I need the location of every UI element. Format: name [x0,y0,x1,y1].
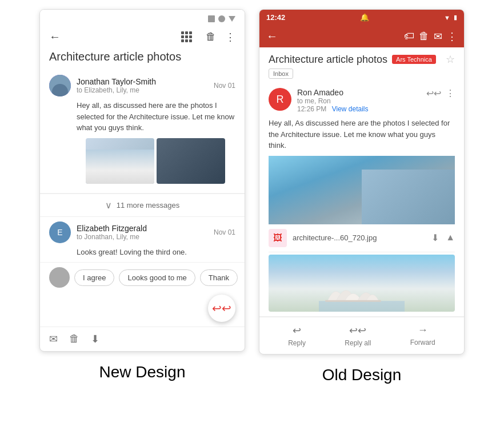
battery-status-icon: ▮ [454,14,457,21]
wifi-status-icon: ▼ [444,14,450,21]
sender-name-1: Jonathan Taylor-Smith [77,77,208,86]
smart-replies: I agree Looks good to me Thank [40,263,245,292]
sender-name-2: Elizabeth Fitzgerald [77,224,208,233]
label-button[interactable]: 🏷 [404,30,414,42]
more-messages[interactable]: ∨ 11 more messages [40,194,245,217]
old-email-card: R Ron Amadeo to me, Ron 12:26 PM View de… [259,83,464,317]
photo-thumb-2 [157,138,225,184]
old-design-block: 12:42 🔔 ▼ ▮ ← 🏷 🗑 ✉ ⋮ Architecture artic… [259,9,465,384]
reply-avatar [49,267,70,288]
back-button[interactable]: ← [266,30,278,43]
opera-house-svg [287,277,437,312]
wifi-icon [218,15,225,22]
email-item-1: Jonathan Taylor-Smith to Elizabeth, Lily… [40,70,245,194]
smart-reply-agree[interactable]: I agree [74,269,114,286]
grid-button[interactable] [181,31,192,42]
old-email-subject: Architecture article photos [269,54,387,66]
reply-all-fab[interactable]: ↩↩ [208,295,235,322]
old-design-toolbar: ← 🏷 🗑 ✉ ⋮ [259,25,464,47]
reply-fab: ↩↩ [40,292,245,327]
email-item-2: E Elizabeth Fitzgerald to Jonathan, Lily… [40,217,245,263]
email-subject: Architecture article photos [40,48,245,70]
file-icon: 🖼 [269,229,287,247]
email-date-1: Nov 01 [214,82,235,90]
old-email-card-header: R Ron Amadeo to me, Ron 12:26 PM View de… [269,88,455,113]
card-actions: ↩↩ ⋮ [426,88,455,99]
old-photo-medium [269,255,455,312]
reply-all-button[interactable]: ↩↩ Reply all [345,324,371,347]
more-card-icon[interactable]: ⋮ [446,88,455,99]
new-design-toolbar: ← 🗑 ⋮ [40,26,245,48]
file-actions: ⬇ ▲ [431,232,455,243]
reply-all-icon-bottom: ↩↩ [349,324,366,337]
back-button[interactable]: ← [49,30,61,43]
old-sender-block: Ron Amadeo to me, Ron 12:26 PM View deta… [297,88,421,113]
email-date-2: Nov 01 [214,228,235,236]
sender-to-1: to Elizabeth, Lily, me [77,86,208,94]
old-sender-avatar: R [269,88,291,111]
old-email-time: 12:26 PM View details [297,105,421,113]
smart-reply-thank[interactable]: Thank [200,269,238,286]
notification-icon: 🔔 [360,13,369,22]
chevron-down-icon: ∨ [105,200,112,211]
smart-reply-looks-good[interactable]: Looks good to me [119,269,195,286]
new-design-label: New Design [99,363,186,381]
new-design-block: ← 🗑 ⋮ Architecture article photos [39,9,245,381]
old-sender-name: Ron Amadeo [297,88,421,97]
forward-button[interactable]: → Forward [410,324,435,347]
more-button-old[interactable]: ⋮ [447,30,457,43]
old-bottom-actions: ↩ Reply ↩↩ Reply all → Forward [259,317,464,354]
sender-avatar-2: E [49,221,71,243]
new-design-status-bar [40,10,245,26]
view-details-link[interactable]: View details [332,105,369,113]
svg-rect-2 [325,300,381,301]
status-right-icons: ▼ ▮ [444,14,457,21]
archive-icon[interactable]: ⬇ [91,333,99,345]
email-body-2: Looks great! Loving the third one. [49,247,235,258]
drive-icon[interactable]: ▲ [446,232,455,243]
email-subject-row: Architecture article photos Ars Technica… [259,47,464,68]
signal-icon [208,15,215,22]
file-row: 🖼 architecture-...60_720.jpg ⬇ ▲ [269,224,455,252]
old-email-body: Hey all, As discussed here are the photo… [269,118,455,151]
trash-button-old[interactable]: 🗑 [419,30,429,42]
old-design-status-bar: 12:42 🔔 ▼ ▮ [259,10,464,25]
sender-avatar-1 [49,75,71,96]
comparison-container: ← 🗑 ⋮ Architecture article photos [9,9,495,384]
battery-icon [229,16,235,22]
trash-icon[interactable]: 🗑 [69,333,79,345]
mail-button[interactable]: ✉ [434,30,442,43]
status-icons [208,15,235,22]
photo-thumb-1 [86,138,154,184]
star-icon[interactable]: ☆ [446,53,455,66]
sender-to-2: to Jonathan, Lily, me [77,233,208,241]
forward-label: Forward [410,339,435,347]
download-icon[interactable]: ⬇ [431,232,439,243]
photo-grid [49,134,235,188]
file-name: architecture-...60_720.jpg [293,233,426,242]
trash-button[interactable]: 🗑 [206,31,216,43]
svg-rect-1 [319,301,405,312]
old-sender-to: to me, Ron [297,97,421,105]
old-photo-large [269,156,455,224]
reply-icon: ↩ [293,324,301,337]
old-design-phone: 12:42 🔔 ▼ ▮ ← 🏷 🗑 ✉ ⋮ Architecture artic… [259,9,465,354]
inbox-badge[interactable]: Inbox [269,69,293,79]
reply-all-label: Reply all [345,339,371,347]
reply-label: Reply [288,339,306,347]
mail-icon[interactable]: ✉ [49,333,58,345]
status-time: 12:42 [266,13,285,22]
reply-all-icon[interactable]: ↩↩ [426,88,441,99]
old-design-label: Old Design [322,366,402,384]
more-button[interactable]: ⋮ [225,31,235,43]
bottom-bar: ✉ 🗑 ⬇ [40,327,245,351]
new-design-phone: ← 🗑 ⋮ Architecture article photos [39,9,245,352]
tag-badge[interactable]: Ars Technica [392,55,436,64]
forward-icon: → [418,324,428,336]
reply-button[interactable]: ↩ Reply [288,324,306,347]
email-body-1: Hey all, as discussed here are the photo… [49,100,235,134]
